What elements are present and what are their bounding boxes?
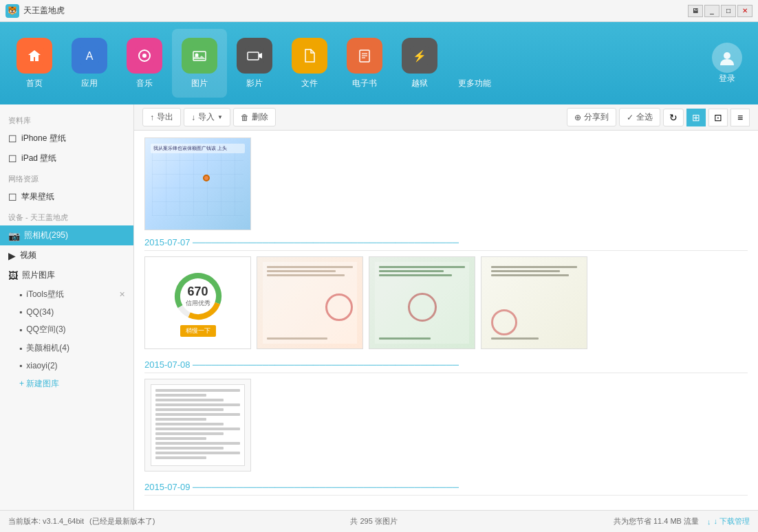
date-group-0708: 2015-07-08 ─────────────────────────────…: [144, 359, 748, 472]
minimize-button[interactable]: _: [704, 5, 719, 17]
add-library-label: + 新建图库: [19, 378, 59, 390]
close-itools[interactable]: ✕: [119, 290, 125, 299]
camera-icon: 📷: [8, 230, 20, 241]
photo-lib-icon: 🖼: [8, 270, 18, 281]
cert2-content: [375, 262, 470, 344]
view-grid-button[interactable]: ⊡: [708, 109, 728, 126]
nav-music-label: 音乐: [136, 78, 153, 89]
sidebar-label-ipad-wallpaper: iPad 壁纸: [21, 153, 125, 164]
folder-icon-5: ▪: [19, 361, 22, 370]
folder-icon-4: ▪: [19, 344, 22, 353]
file-icon: [292, 38, 327, 74]
library-section-title: 资料库: [0, 110, 133, 129]
delete-button[interactable]: 🗑 删除: [233, 108, 276, 126]
nav-app[interactable]: A 应用: [62, 29, 117, 98]
version-label: 当前版本: v3.1.4_64bit: [8, 516, 84, 527]
login-button[interactable]: 登录: [703, 29, 751, 98]
sidebar-sub-itools[interactable]: ▪ iTools壁纸 ✕: [0, 285, 133, 304]
photo-map[interactable]: 我从案乐锋也诶保额图广钱该 上头: [144, 137, 251, 230]
sidebar-item-photo-lib[interactable]: 🖼 照片图库: [0, 265, 133, 285]
sidebar-sub-label-xiaoyi: xiaoyi(2): [26, 361, 57, 370]
photo-score[interactable]: 670 信用优秀 稍慢一下: [144, 256, 251, 349]
select-all-label: 全选: [636, 111, 653, 123]
close-button[interactable]: ✕: [737, 5, 752, 17]
maximize-button[interactable]: □: [721, 5, 736, 17]
import-icon: ↓: [191, 113, 195, 122]
sidebar-label-video: 视频: [20, 250, 125, 261]
nav-more[interactable]: 更多功能: [447, 29, 502, 98]
nav-photo-label: 图片: [191, 78, 208, 89]
checkbox-icon: ☐: [8, 133, 17, 144]
photo-doc[interactable]: [144, 379, 251, 472]
checkbox-icon-3: ☐: [8, 192, 17, 203]
select-all-button[interactable]: ✓ 全选: [619, 108, 660, 126]
photo-grid-0707: 670 信用优秀 稍慢一下: [144, 256, 748, 349]
score-number: 670: [186, 285, 210, 299]
delete-icon: 🗑: [241, 113, 249, 122]
device-section-title: 设备 - 天王盖地虎: [0, 207, 133, 225]
select-all-icon: ✓: [627, 113, 634, 122]
nav-music[interactable]: 音乐: [117, 29, 172, 98]
nav-app-label: 应用: [81, 78, 98, 89]
photo-count-label: 共 295 张图片: [350, 516, 397, 527]
score-btn[interactable]: 稍慢一下: [180, 325, 216, 337]
sidebar-sub-xiaoyi[interactable]: ▪ xiaoyi(2): [0, 357, 133, 374]
video-icon: [237, 38, 272, 74]
nav-home-label: 首页: [26, 78, 43, 89]
app-title: 天王盖地虎: [23, 5, 688, 16]
sidebar-sub-label-beauty: 美颜相机(4): [26, 342, 69, 354]
download-label: ↓ 下载管理: [713, 516, 750, 527]
photo-cert3[interactable]: [481, 256, 587, 349]
nav-home[interactable]: 首页: [7, 29, 62, 98]
sidebar-item-apple-wallpaper[interactable]: ☐ 苹果壁纸: [0, 187, 133, 207]
monitor-icon[interactable]: 🖥: [688, 5, 703, 17]
view-list-button[interactable]: ≡: [730, 109, 750, 126]
main-layout: 资料库 ☐ iPhone 壁纸 ☐ iPad 壁纸 网络资源 ☐ 苹果壁纸 设备…: [0, 104, 758, 510]
svg-point-19: [724, 52, 730, 59]
import-label: 导入: [198, 111, 215, 123]
window-controls: 🖥 _ □ ✕: [688, 5, 752, 17]
share-button[interactable]: ⊕ 分享到: [567, 108, 616, 126]
toolbar: ↑ 导出 ↓ 导入 ▼ 🗑 删除 ⊕ 分享到 ✓ 全选 ↻: [134, 104, 758, 131]
nav-jail-label: 越狱: [411, 78, 428, 89]
nav-file[interactable]: 文件: [282, 29, 337, 98]
export-button[interactable]: ↑ 导出: [142, 108, 181, 126]
sidebar-item-ipad-wallpaper[interactable]: ☐ iPad 壁纸: [0, 148, 133, 168]
login-label: 登录: [719, 73, 735, 85]
date-label-0707: 2015-07-07 ─────────────────────────────…: [144, 237, 748, 251]
export-label: 导出: [157, 111, 173, 123]
folder-icon-3: ▪: [19, 325, 22, 335]
latest-label: (已经是最新版本了): [89, 516, 155, 527]
photo-cert2[interactable]: [369, 256, 475, 349]
sidebar-sub-label-itools: iTools壁纸: [26, 289, 119, 300]
sidebar-sub-beauty[interactable]: ▪ 美颜相机(4): [0, 339, 133, 357]
add-library-button[interactable]: + 新建图库: [0, 374, 133, 394]
app-icon-nav: A: [72, 38, 107, 74]
nav-video[interactable]: 影片: [227, 29, 282, 98]
folder-icon-2: ▪: [19, 307, 22, 317]
sidebar-item-video[interactable]: ▶ 视频: [0, 245, 133, 265]
import-button[interactable]: ↓ 导入 ▼: [184, 108, 230, 126]
sidebar-item-camera[interactable]: 📷 照相机(295): [0, 225, 133, 245]
download-button[interactable]: ↓ ↓ 下载管理: [707, 516, 750, 527]
date-label-0709: 2015-07-09 ─────────────────────────────…: [144, 482, 748, 496]
view-grid-small-button[interactable]: ⊞: [686, 109, 706, 126]
photo-grid-0708: [144, 379, 748, 472]
nav-ebook[interactable]: 电子书: [337, 29, 392, 98]
photo-area[interactable]: 我从案乐锋也诶保额图广钱该 上头 2015-07-07 ────────────…: [134, 131, 758, 510]
sidebar-label-photo-lib: 照片图库: [22, 269, 125, 281]
checkbox-icon-2: ☐: [8, 153, 17, 164]
nav-photo[interactable]: 图片: [172, 29, 227, 98]
title-bar: 🐯 天王盖地虎 🖥 _ □ ✕: [0, 0, 758, 22]
score-gauge: 670 信用优秀: [171, 269, 226, 324]
sidebar-sub-qq[interactable]: ▪ QQ(34): [0, 304, 133, 320]
photo-cert1[interactable]: [257, 256, 363, 349]
nav-video-label: 影片: [246, 78, 263, 89]
sidebar-sub-qqspace[interactable]: ▪ QQ空间(3): [0, 320, 133, 339]
sidebar-label-iphone-wallpaper: iPhone 壁纸: [21, 133, 125, 144]
refresh-icon: ↻: [669, 112, 678, 123]
refresh-button[interactable]: ↻: [663, 109, 684, 126]
nav-jail[interactable]: ⚡ 越狱: [392, 29, 447, 98]
sidebar-item-iphone-wallpaper[interactable]: ☐ iPhone 壁纸: [0, 129, 133, 148]
date-label-0708: 2015-07-08 ─────────────────────────────…: [144, 359, 748, 373]
